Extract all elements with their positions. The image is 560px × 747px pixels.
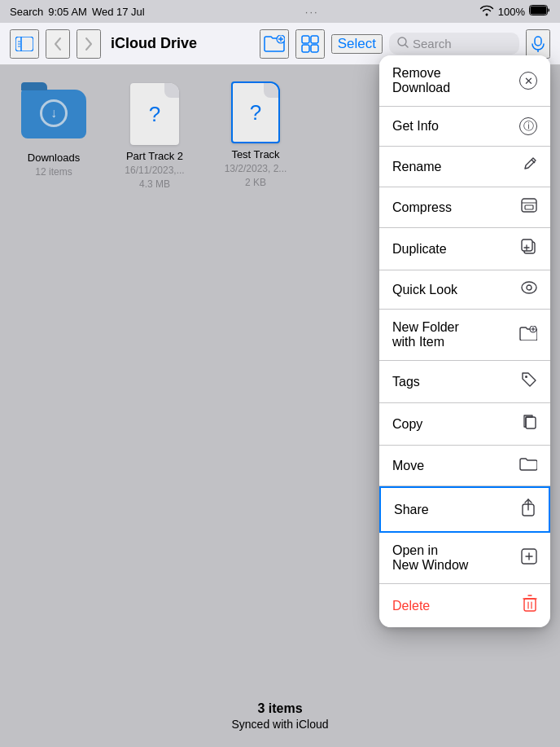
svg-rect-11 xyxy=(311,36,318,43)
svg-rect-16 xyxy=(535,37,541,46)
forward-button[interactable] xyxy=(77,29,101,59)
share-icon xyxy=(521,499,536,521)
search-icon xyxy=(397,37,409,51)
get-info-icon: ⓘ xyxy=(519,117,537,135)
duplicate-icon xyxy=(521,239,537,259)
rename-icon xyxy=(523,157,537,176)
dots: ··· xyxy=(305,6,319,18)
menu-label-move: Move xyxy=(392,459,424,473)
menu-item-quick-look[interactable]: Quick Look xyxy=(379,270,550,310)
menu-item-move[interactable]: Move xyxy=(379,446,550,486)
page-title: iCloud Drive xyxy=(111,35,253,52)
svg-point-31 xyxy=(525,376,527,378)
battery-icon xyxy=(529,5,550,18)
menu-item-share[interactable]: Share xyxy=(379,486,550,533)
svg-rect-38 xyxy=(524,599,536,611)
menu-item-delete[interactable]: Delete xyxy=(379,584,550,627)
new-folder-with-item-icon xyxy=(519,326,537,345)
sidebar-toggle-button[interactable] xyxy=(10,29,39,59)
date: Wed 17 Jul xyxy=(92,6,145,18)
menu-label-quick-look: Quick Look xyxy=(392,283,457,297)
menu-label-tags: Tags xyxy=(392,375,420,389)
svg-point-27 xyxy=(527,285,532,290)
menu-label-get-info: Get Info xyxy=(392,119,439,134)
open-in-new-window-icon xyxy=(521,548,537,569)
menu-item-new-folder-with-item[interactable]: New Folderwith Item xyxy=(379,310,550,361)
svg-rect-21 xyxy=(525,205,533,209)
menu-item-copy[interactable]: Copy xyxy=(379,403,550,446)
time: 9:05 AM xyxy=(48,6,87,18)
menu-item-open-in-new-window[interactable]: Open inNew Window xyxy=(379,533,550,584)
svg-point-26 xyxy=(522,282,536,293)
compress-icon xyxy=(521,198,537,217)
menu-item-remove-download[interactable]: RemoveDownload ✕ xyxy=(379,55,550,107)
menu-item-rename[interactable]: Rename xyxy=(379,147,550,187)
tags-icon xyxy=(521,371,537,392)
menu-label-remove-download: RemoveDownload xyxy=(392,66,450,95)
menu-label-share: Share xyxy=(394,503,429,517)
menu-item-tags[interactable]: Tags xyxy=(379,361,550,403)
svg-point-14 xyxy=(398,37,406,46)
add-folder-button[interactable] xyxy=(260,29,289,59)
search-bar[interactable]: Search xyxy=(389,33,519,55)
svg-rect-12 xyxy=(302,45,309,52)
menu-label-copy: Copy xyxy=(392,417,422,432)
menu-item-duplicate[interactable]: Duplicate xyxy=(379,228,550,270)
status-bar: Search 9:05 AM Wed 17 Jul ··· 100% xyxy=(0,0,560,23)
copy-icon xyxy=(523,414,537,434)
back-button[interactable] xyxy=(46,29,70,59)
grid-view-button[interactable] xyxy=(295,29,325,59)
search-placeholder: Search xyxy=(413,37,452,51)
battery: 100% xyxy=(498,6,525,18)
menu-label-delete: Delete xyxy=(392,599,430,613)
svg-rect-32 xyxy=(526,417,536,428)
menu-label-duplicate: Duplicate xyxy=(392,242,447,257)
svg-rect-1 xyxy=(530,7,546,15)
menu-label-open-in-new-window: Open inNew Window xyxy=(392,543,468,573)
search-status: Search xyxy=(10,6,43,18)
svg-rect-10 xyxy=(302,36,309,43)
menu-item-compress[interactable]: Compress xyxy=(379,187,550,228)
menu-label-compress: Compress xyxy=(392,200,452,215)
svg-rect-13 xyxy=(311,45,318,52)
move-icon xyxy=(519,456,537,475)
context-menu: RemoveDownload ✕ Get Info ⓘ Rename Compr… xyxy=(379,55,550,627)
microphone-button[interactable] xyxy=(526,29,550,59)
quick-look-icon xyxy=(521,281,537,298)
wifi-icon xyxy=(479,5,494,19)
remove-download-icon: ✕ xyxy=(519,72,537,90)
delete-icon xyxy=(523,595,537,617)
menu-label-rename: Rename xyxy=(392,160,441,174)
menu-item-get-info[interactable]: Get Info ⓘ xyxy=(379,107,550,147)
menu-label-new-folder-with-item: New Folderwith Item xyxy=(392,320,459,349)
select-button[interactable]: Select xyxy=(331,34,383,54)
svg-line-15 xyxy=(405,45,408,47)
